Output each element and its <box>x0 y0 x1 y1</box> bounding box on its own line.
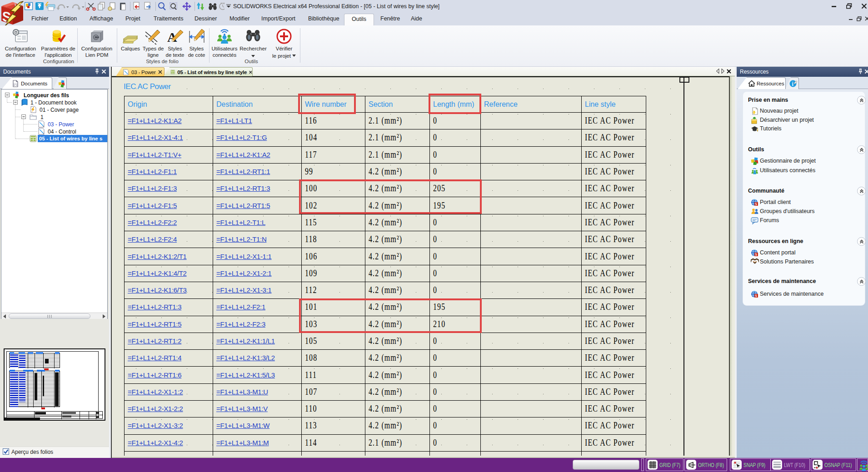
svg-text:S: S <box>755 253 757 257</box>
svg-text:S: S <box>755 294 757 298</box>
svg-text:S: S <box>755 202 757 206</box>
